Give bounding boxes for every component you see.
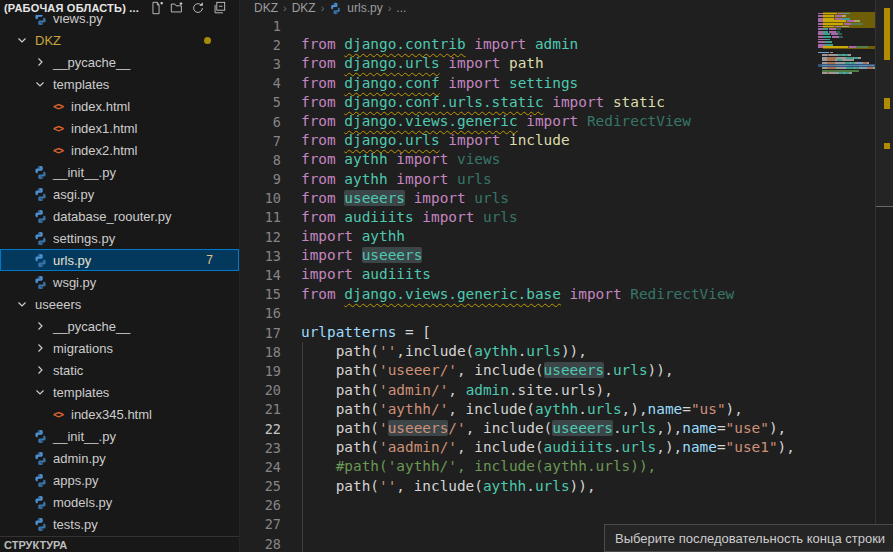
python-file-icon: [32, 428, 48, 444]
tree-item-label: __pycache__: [53, 55, 130, 70]
line-number: 3: [241, 56, 281, 72]
code-text: from django.conf import settings: [301, 74, 578, 93]
collapse-all-icon[interactable]: [212, 1, 226, 15]
code-line-15[interactable]: 15from django.views.generic.base import …: [241, 285, 816, 304]
tree-file-index2-html[interactable]: <>index2.html: [0, 139, 239, 161]
minimap[interactable]: [818, 0, 875, 552]
code-line-22[interactable]: 22 path('useeers/', include(useeers.urls…: [241, 419, 816, 438]
breadcrumb-item[interactable]: urls.py: [347, 1, 382, 15]
new-file-icon[interactable]: [149, 1, 163, 15]
tree-file--init-py[interactable]: __init__.py: [0, 425, 239, 447]
refresh-icon[interactable]: [191, 1, 205, 15]
code-line-18[interactable]: 18 path('',include(aythh.urls)),: [241, 342, 816, 361]
code-text: from audiiits import urls: [301, 208, 518, 227]
tree-file-index1-html[interactable]: <>index1.html: [0, 117, 239, 139]
tree-folder-migrations[interactable]: migrations: [0, 337, 239, 359]
tree-item-label: index2.html: [71, 143, 137, 158]
tree-folder-static[interactable]: static: [0, 359, 239, 381]
code-line-21[interactable]: 21 path('aythh/', include(aythh.urls,),n…: [241, 400, 816, 419]
chevron-down-icon: [32, 384, 48, 400]
tree-file-index345-html[interactable]: <>index345.html: [0, 403, 239, 425]
explorer-section-header[interactable]: (РАБОЧАЯ ОБЛАСТЬ) ...: [0, 0, 239, 15]
code-line-17[interactable]: 17urlpatterns = [: [241, 323, 816, 342]
tree-item-label: templates: [53, 385, 109, 400]
tree-file-tests-py[interactable]: tests.py: [0, 513, 239, 535]
code-line-2[interactable]: 2from django.contrib import admin: [241, 35, 816, 54]
tree-file-database-roouter-py[interactable]: database_roouter.py: [0, 205, 239, 227]
code-text: from django.views.generic import Redirec…: [301, 112, 691, 131]
line-number: 8: [241, 152, 281, 168]
chevron-right-icon: [32, 362, 48, 378]
tree-file-asgi-py[interactable]: asgi.py: [0, 183, 239, 205]
code-line-3[interactable]: 3from django.urls import path: [241, 54, 816, 73]
code-line-1[interactable]: 1: [241, 16, 816, 35]
code-line-9[interactable]: 9from aythh import urls: [241, 170, 816, 189]
code-text: from django.contrib import admin: [301, 35, 578, 54]
code-line-24[interactable]: 24 #path('aythh/', include(aythh.urls)),: [241, 457, 816, 476]
tree-folder--pycache-[interactable]: __pycache__: [0, 51, 239, 73]
tree-file-index-html[interactable]: <>index.html: [0, 95, 239, 117]
tree-file-apps-py[interactable]: apps.py: [0, 469, 239, 491]
python-file-icon: [32, 164, 48, 180]
code-line-26[interactable]: 26: [241, 496, 816, 515]
code-text: import aythh: [301, 227, 405, 246]
chevron-right-icon: [32, 318, 48, 334]
breadcrumb-item[interactable]: ...: [396, 1, 406, 15]
new-folder-icon[interactable]: [170, 1, 184, 15]
code-line-11[interactable]: 11from audiiits import urls: [241, 208, 816, 227]
code-text: path('useeer/', include(useeers.urls)),: [301, 361, 674, 380]
code-line-25[interactable]: 25 path('', include(aythh.urls)),: [241, 477, 816, 496]
line-number: 12: [241, 229, 281, 245]
tree-file-urls-py[interactable]: urls.py7: [0, 249, 239, 271]
line-number: 27: [241, 516, 281, 532]
code-area[interactable]: 12from django.contrib import admin3from …: [241, 16, 816, 552]
code-line-4[interactable]: 4from django.conf import settings: [241, 74, 816, 93]
chevron-down-icon: [14, 32, 30, 48]
tree-file-wsgi-py[interactable]: wsgi.py: [0, 271, 239, 293]
tree-item-label: index1.html: [71, 121, 137, 136]
line-number: 18: [241, 344, 281, 360]
tree-item-label: apps.py: [53, 473, 99, 488]
tree-file-models-py[interactable]: models.py: [0, 491, 239, 513]
tree-item-label: admin.py: [53, 451, 106, 466]
python-file-icon: [32, 274, 48, 290]
code-line-7[interactable]: 7from django.urls import include: [241, 131, 816, 150]
line-number: 6: [241, 114, 281, 130]
line-number: 17: [241, 325, 281, 341]
code-line-19[interactable]: 19 path('useeer/', include(useeers.urls)…: [241, 361, 816, 380]
breadcrumb-item[interactable]: DKZ: [292, 1, 316, 15]
tree-item-label: useeers: [35, 297, 81, 312]
minimap-selection-band: [818, 64, 875, 67]
code-text: from useeers import urls: [301, 189, 509, 208]
code-line-10[interactable]: 10from useeers import urls: [241, 189, 816, 208]
code-line-12[interactable]: 12import aythh: [241, 227, 816, 246]
overview-ruler[interactable]: [875, 0, 893, 552]
code-line-6[interactable]: 6from django.views.generic import Redire…: [241, 112, 816, 131]
breadcrumb-item[interactable]: DKZ: [254, 1, 278, 15]
code-line-20[interactable]: 20 path('admin/', admin.site.urls),: [241, 381, 816, 400]
code-text: path('admin/', admin.site.urls),: [301, 381, 613, 400]
line-number: 14: [241, 267, 281, 283]
tree-folder--pycache-[interactable]: __pycache__: [0, 315, 239, 337]
tree-item-label: static: [53, 363, 83, 378]
tree-item-label: __init__.py: [53, 429, 116, 444]
code-line-5[interactable]: 5from django.conf.urls.static import sta…: [241, 93, 816, 112]
tree-file--init-py[interactable]: __init__.py: [0, 161, 239, 183]
code-text: path('useeers/', include(useeers.urls,),…: [301, 419, 786, 438]
line-number: 21: [241, 401, 281, 417]
code-line-16[interactable]: 16: [241, 304, 816, 323]
code-line-13[interactable]: 13import useeers: [241, 246, 816, 265]
tree-folder-templates[interactable]: templates: [0, 73, 239, 95]
tree-item-label: index345.html: [71, 407, 152, 422]
outline-section-header[interactable]: СТРУКТУРА: [0, 536, 239, 552]
tree-file-admin-py[interactable]: admin.py: [0, 447, 239, 469]
tree-item-label: wsgi.py: [53, 275, 96, 290]
tree-file-settings-py[interactable]: settings.py: [0, 227, 239, 249]
python-file-icon: [32, 252, 48, 268]
tree-folder-templates[interactable]: templates: [0, 381, 239, 403]
code-line-8[interactable]: 8from aythh import views: [241, 150, 816, 169]
tree-folder-dkz[interactable]: DKZ: [0, 29, 239, 51]
tree-folder-useeers[interactable]: useeers: [0, 293, 239, 315]
code-line-14[interactable]: 14import audiiits: [241, 265, 816, 284]
code-line-23[interactable]: 23 path('aadmin/', include(audiiits.urls…: [241, 438, 816, 457]
